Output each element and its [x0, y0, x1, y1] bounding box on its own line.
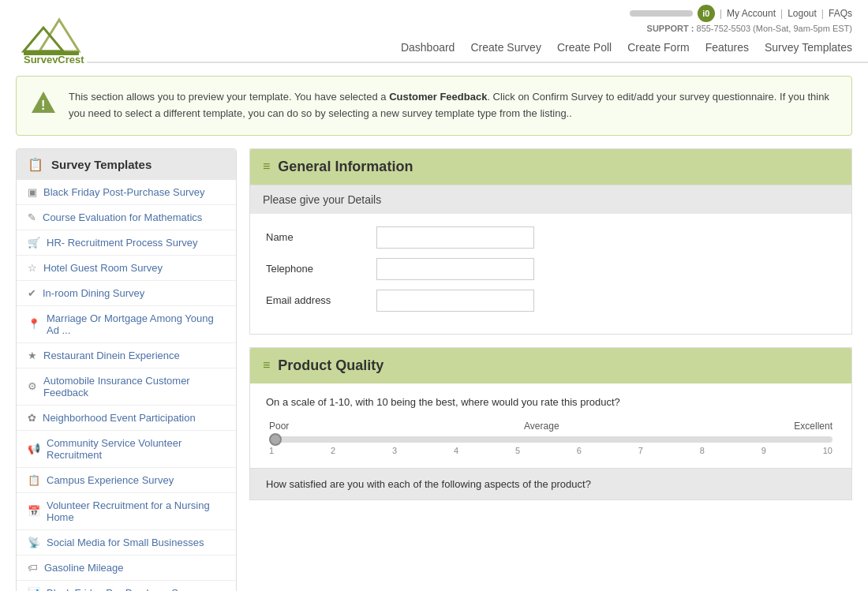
- sidebar-item-icon: ★: [28, 350, 37, 361]
- sidebar-list-item[interactable]: ☆Hotel Guest Room Survey: [17, 256, 236, 281]
- sidebar: 📋 Survey Templates ▣Black Friday Post-Pu…: [16, 148, 237, 591]
- progress-bar: [630, 10, 693, 17]
- email-label: Email address: [266, 294, 369, 306]
- sidebar-list-item[interactable]: 📋Campus Experience Survey: [17, 468, 236, 493]
- product-quality-header: ≡ Product Quality: [250, 348, 851, 383]
- sidebar-list-item[interactable]: ✿Neighborhood Event Participation: [17, 406, 236, 431]
- sidebar-item-icon: ☆: [28, 262, 37, 274]
- sidebar-list-item[interactable]: 📢Community Service Volunteer Recruitment: [17, 431, 236, 468]
- sidebar-list-item[interactable]: ✔In-room Dining Survey: [17, 281, 236, 306]
- separator3: |: [821, 8, 824, 19]
- name-row: Name: [266, 226, 836, 249]
- sidebar-list-item[interactable]: ▣Black Friday Post-Purchase Survey: [17, 180, 236, 205]
- general-info-subsection: Please give your Details: [250, 185, 851, 214]
- general-info-section: ≡ General Information Please give your D…: [249, 148, 852, 335]
- nav-create-poll[interactable]: Create Poll: [557, 41, 612, 54]
- general-info-title: General Information: [278, 159, 413, 175]
- sidebar-item-icon: ✎: [28, 211, 36, 223]
- sidebar-item-icon: ⚙: [28, 380, 37, 392]
- name-input[interactable]: [376, 226, 534, 249]
- sidebar-item-icon: 🏷: [28, 562, 38, 574]
- sidebar-header: 📋 Survey Templates: [17, 149, 236, 180]
- scale-number: 5: [515, 446, 520, 455]
- sidebar-item-icon: 📡: [28, 537, 40, 548]
- scale-number: 7: [638, 446, 643, 455]
- telephone-label: Telephone: [266, 263, 369, 275]
- general-info-form-body: Name Telephone Email address: [250, 214, 851, 334]
- separator: |: [720, 8, 722, 19]
- satisfied-question: How satisfied are you with each of the f…: [250, 468, 851, 499]
- scale-thumb[interactable]: [269, 433, 282, 446]
- svg-marker-1: [24, 28, 63, 51]
- scale-label-excellent: Excellent: [794, 421, 832, 432]
- sidebar-list-item[interactable]: 📍Marriage Or Mortgage Among Young Ad ...: [17, 306, 236, 343]
- sidebar-item-icon: 📍: [28, 318, 40, 330]
- scale-number: 4: [454, 446, 458, 455]
- scale-number: 10: [823, 446, 832, 455]
- sidebar-item-icon: 🛒: [28, 237, 40, 249]
- scale-number: 2: [331, 446, 335, 455]
- scale-label-poor: Poor: [269, 421, 289, 432]
- telephone-input[interactable]: [376, 258, 534, 280]
- email-row: Email address: [266, 290, 836, 312]
- sidebar-list-item[interactable]: ★Restaurant Dinein Experience: [17, 343, 236, 368]
- logo: SurveyCrest: [16, 8, 87, 63]
- scale-number: 9: [761, 446, 766, 455]
- sidebar-list-item[interactable]: 🏷Gasoline Mileage: [17, 555, 236, 581]
- telephone-row: Telephone: [266, 258, 836, 280]
- sidebar-list-item[interactable]: 🛒HR- Recruitment Process Survey: [17, 230, 236, 256]
- my-account-link[interactable]: My Account: [727, 8, 776, 19]
- warning-icon: !: [29, 89, 58, 118]
- top-bar: i0 | My Account | Logout | FAQs: [630, 5, 852, 22]
- svg-text:SurveyCrest: SurveyCrest: [24, 54, 84, 63]
- scale-number: 8: [700, 446, 705, 455]
- general-info-header: ≡ General Information: [250, 149, 851, 185]
- scale-numbers: 12345678910: [266, 446, 836, 455]
- logout-link[interactable]: Logout: [788, 8, 817, 19]
- survey-area: ≡ General Information Please give your D…: [249, 148, 852, 591]
- product-quality-section: ≡ Product Quality On a scale of 1-10, wi…: [249, 347, 852, 500]
- sidebar-item-icon: 📢: [28, 443, 40, 454]
- nav-dashboard[interactable]: Dashboard: [401, 41, 455, 54]
- sidebar-list: ▣Black Friday Post-Purchase Survey✎Cours…: [17, 180, 236, 591]
- separator2: |: [780, 8, 783, 19]
- scale-track[interactable]: [269, 436, 832, 443]
- scale-number: 6: [577, 446, 582, 455]
- nav-create-survey[interactable]: Create Survey: [470, 41, 541, 54]
- sidebar-item-icon: 📋: [28, 474, 40, 486]
- sidebar-list-item[interactable]: ✎Course Evaluation for Mathematics: [17, 205, 236, 230]
- scale-question: On a scale of 1-10, with 10 being the be…: [266, 396, 836, 408]
- nav-survey-templates[interactable]: Survey Templates: [765, 41, 852, 54]
- product-body: On a scale of 1-10, with 10 being the be…: [250, 383, 851, 468]
- svg-text:!: !: [41, 99, 45, 112]
- list-icon-2: ≡: [263, 358, 270, 372]
- scale-number: 3: [392, 446, 397, 455]
- sidebar-header-icon: 📋: [28, 157, 43, 172]
- scale-label-average: Average: [524, 421, 559, 432]
- sidebar-list-item[interactable]: 📊Black Friday Pre-Purchase Survey: [17, 581, 236, 591]
- name-label: Name: [266, 231, 369, 243]
- nav-create-form[interactable]: Create Form: [627, 41, 690, 54]
- product-quality-title: Product Quality: [278, 357, 383, 374]
- user-icon-badge: i0: [698, 5, 715, 22]
- sidebar-list-item[interactable]: 📡Social Media for Small Businesses: [17, 530, 236, 555]
- sidebar-item-icon: ▣: [28, 186, 37, 198]
- support-bar: SUPPORT : 855-752-5503 (Mon-Sat, 9am-5pm…: [647, 24, 852, 33]
- logo-svg: SurveyCrest: [16, 8, 87, 63]
- sidebar-list-item[interactable]: ⚙Automobile Insurance Customer Feedback: [17, 368, 236, 406]
- nav-features[interactable]: Features: [705, 41, 749, 54]
- sidebar-item-icon: ✿: [28, 412, 36, 424]
- sidebar-title: Survey Templates: [51, 158, 152, 171]
- main-content: 📋 Survey Templates ▣Black Friday Post-Pu…: [16, 148, 852, 591]
- sidebar-item-icon: 📊: [28, 587, 40, 591]
- email-input[interactable]: [376, 290, 534, 312]
- list-icon: ≡: [263, 159, 270, 174]
- main-nav: Dashboard Create Survey Create Poll Crea…: [87, 33, 868, 63]
- scale-labels: Poor Average Excellent: [266, 421, 836, 432]
- faqs-link[interactable]: FAQs: [829, 8, 852, 19]
- scale-number: 1: [269, 446, 274, 455]
- sidebar-list-item[interactable]: 📅Volunteer Recruitment for a Nursing Hom…: [17, 493, 236, 530]
- info-banner: ! This section allows you to preview you…: [16, 76, 852, 136]
- sidebar-item-icon: 📅: [28, 505, 40, 517]
- sidebar-item-icon: ✔: [28, 287, 36, 299]
